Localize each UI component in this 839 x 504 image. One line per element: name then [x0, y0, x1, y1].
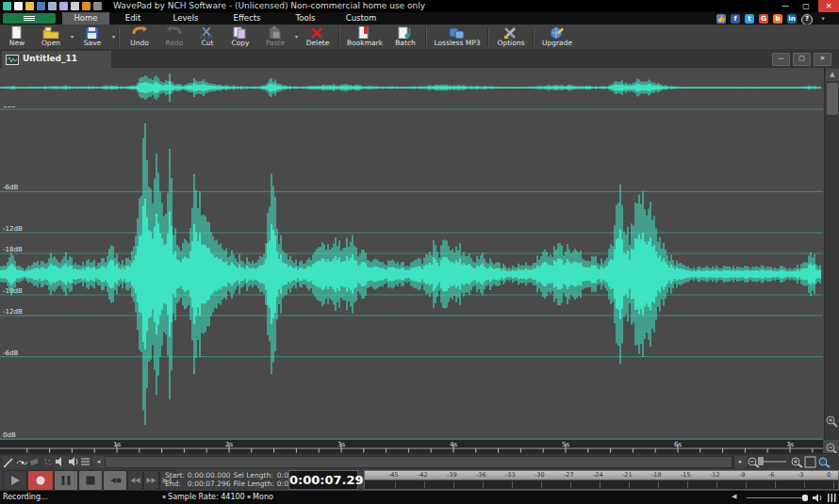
volume-down-icon[interactable]: ◀: [732, 493, 736, 500]
batch-button[interactable]: Batch: [389, 25, 421, 48]
doc-minimize-button[interactable]: —: [772, 53, 790, 66]
volume-slider[interactable]: [747, 497, 805, 498]
minimize-button[interactable]: —: [775, 0, 796, 12]
twitter-icon[interactable]: t: [745, 14, 754, 24]
scroll-left-icon[interactable]: ◂: [92, 456, 105, 468]
facebook-icon[interactable]: f: [731, 14, 740, 24]
more-social-arrow-icon[interactable]: ▾: [818, 14, 828, 24]
paste-icon[interactable]: [71, 2, 79, 10]
zoom-full-icon[interactable]: [804, 456, 817, 468]
main-menu-button[interactable]: [3, 13, 56, 24]
vertical-scroll-thumb[interactable]: [827, 83, 838, 115]
scroll-up-icon[interactable]: ▲: [826, 69, 839, 81]
document-tab[interactable]: Untitled_11: [2, 51, 111, 68]
open-button[interactable]: Open▾: [35, 25, 67, 48]
save-button[interactable]: Save▾: [76, 25, 108, 48]
pause-icon: [55, 471, 77, 490]
scrub-tool-button[interactable]: [54, 456, 66, 468]
toolbar-label: Undo: [123, 39, 156, 47]
redo-icon[interactable]: [93, 2, 102, 10]
meter-toggle-icon[interactable]: [828, 494, 836, 502]
region-list-button[interactable]: [79, 456, 91, 468]
dropdown-arrow-icon[interactable]: ▾: [71, 33, 74, 40]
cut-button[interactable]: Cut: [193, 25, 222, 48]
new-button[interactable]: New: [3, 25, 31, 48]
copy-icon[interactable]: [59, 2, 68, 10]
undo-button[interactable]: Undo: [123, 25, 156, 48]
monitor-speaker-button[interactable]: [67, 456, 79, 468]
eraser-tool-button: [28, 456, 41, 468]
delete-button[interactable]: Delete: [301, 25, 335, 48]
timeline-ruler[interactable]: 1s2s3s4s5s6s7s: [0, 440, 823, 453]
close-button[interactable]: ✕: [818, 0, 839, 12]
recording-status: Recording...: [3, 493, 48, 501]
zoom-slider[interactable]: [760, 461, 786, 463]
blog-icon[interactable]: b: [773, 14, 782, 24]
fast-forward-button[interactable]: [143, 470, 159, 491]
delete-icon: [309, 26, 326, 39]
meter-tick: [600, 481, 600, 488]
sample-rate-status[interactable]: ▪Sample Rate: 44100: [162, 493, 245, 501]
undo-icon[interactable]: [82, 2, 90, 10]
tab-levels[interactable]: Levels: [156, 12, 215, 24]
draw-tool-button[interactable]: [3, 456, 15, 468]
timeline-label: 3s: [337, 441, 345, 448]
channels-bullet-icon: ▪: [247, 493, 251, 499]
zoom-selection-icon[interactable]: [817, 456, 831, 468]
doc-restore-button[interactable]: ▢: [793, 53, 811, 66]
zoom-slider-knob[interactable]: [758, 457, 764, 465]
vertical-zoom-in-icon[interactable]: [825, 415, 838, 428]
like-icon[interactable]: 👍: [716, 14, 726, 24]
linkedin-icon[interactable]: in: [787, 14, 797, 24]
status-bar: Recording... ▪Sample Rate: 44100 ▪Mono ◀: [0, 491, 839, 504]
undo-icon: [131, 26, 148, 39]
vertical-scrollbar[interactable]: ▲: [824, 68, 839, 440]
stop-button[interactable]: [78, 470, 103, 491]
play-button[interactable]: [3, 470, 27, 491]
tab-effects[interactable]: Effects: [215, 12, 279, 24]
pause-button[interactable]: [54, 470, 78, 491]
doc-close-button[interactable]: ✕: [814, 53, 831, 66]
lossless-mp3-button[interactable]: Lossless MP3: [431, 25, 484, 48]
maximize-button[interactable]: ▢: [796, 0, 816, 12]
tab-tools[interactable]: Tools: [279, 12, 332, 24]
redo-button: Redo: [159, 25, 189, 48]
dropdown-arrow-icon[interactable]: ▾: [295, 33, 298, 40]
ribbon-tab-bar: HomeEditLevelsEffectsToolsCustom 👍ftGbin…: [0, 12, 839, 24]
scroll-right-icon[interactable]: ▸: [734, 456, 747, 468]
copy-button[interactable]: Copy: [225, 25, 255, 48]
zoom-in-icon[interactable]: [790, 456, 803, 468]
open-icon[interactable]: [25, 2, 34, 10]
envelope-tool-icon: [16, 456, 28, 468]
toolbar-label: Cut: [193, 39, 222, 47]
new-icon: [8, 26, 25, 39]
file-overview-strip[interactable]: [0, 68, 823, 106]
horizontal-scrollbar[interactable]: ◂ ▸: [92, 456, 747, 468]
skipback-icon: [104, 471, 126, 490]
meter-db-label: -39: [447, 471, 457, 480]
main-waveform-view[interactable]: 0dB0dB-6dB-6dB-12dB-12dB-18dB-18dB: [0, 106, 823, 440]
envelope-tool-button[interactable]: [16, 456, 28, 468]
options-button[interactable]: Options: [493, 25, 529, 48]
cut-icon[interactable]: [48, 2, 57, 10]
meter-tick: [541, 481, 542, 488]
scrub-tool-icon: [54, 456, 66, 468]
dropdown-arrow-icon[interactable]: ▾: [112, 33, 115, 40]
toolbar-label: Paste: [259, 39, 291, 47]
horizontal-scroll-thumb[interactable]: [106, 457, 732, 467]
volume-slider-thumb[interactable]: [802, 495, 808, 501]
channels-status[interactable]: ▪Mono: [247, 493, 273, 501]
toolbar-label: Bookmark: [344, 39, 386, 47]
bookmark-button[interactable]: Bookmark: [344, 25, 386, 48]
rewind-button[interactable]: [127, 470, 143, 491]
skip-back-button[interactable]: [103, 470, 127, 491]
tab-edit[interactable]: Edit: [109, 12, 156, 24]
googleplus-icon[interactable]: G: [759, 14, 768, 24]
tab-home[interactable]: Home: [62, 12, 109, 24]
new-icon[interactable]: [14, 2, 23, 10]
save-icon[interactable]: [37, 2, 45, 10]
speaker-icon[interactable]: [813, 494, 824, 502]
record-button[interactable]: [27, 470, 54, 491]
tab-custom[interactable]: Custom: [332, 12, 390, 24]
upgrade-button[interactable]: Upgrade: [538, 25, 576, 48]
